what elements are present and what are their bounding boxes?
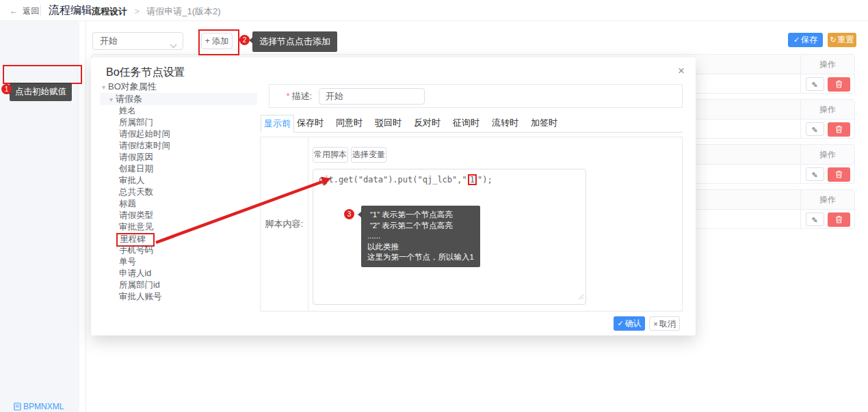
plus-icon: + xyxy=(205,36,210,46)
tree-item[interactable]: 请假原因 xyxy=(100,152,257,163)
action-column-header: 操作 xyxy=(800,100,854,119)
edit-button[interactable]: ✎ xyxy=(806,167,824,181)
node-select-dropdown[interactable]: 开始 xyxy=(92,32,183,50)
annotation-box-script-value: 1 xyxy=(468,174,477,185)
tab-on-transfer[interactable]: 流转时 xyxy=(489,115,528,131)
cancel-button[interactable]: ×取消 xyxy=(649,316,680,331)
top-header: ← 返回 流程编辑 流程设计 > 请假申请_1(版本2) xyxy=(0,0,868,21)
tab-on-agree[interactable]: 同意时 xyxy=(333,115,372,131)
close-icon[interactable]: × xyxy=(678,64,685,78)
tree-item[interactable]: 请假类型 xyxy=(100,210,257,221)
description-label: *描述: xyxy=(269,85,312,107)
tree-item[interactable]: 审批意见 xyxy=(100,221,257,233)
delete-button[interactable] xyxy=(828,167,850,182)
trash-icon xyxy=(835,215,843,223)
tree-item[interactable]: 姓名 xyxy=(100,105,257,117)
tree-item[interactable]: 所属部门id xyxy=(100,279,257,291)
description-row: *描述: xyxy=(269,84,683,108)
tree-node-group[interactable]: ▾请假条 xyxy=(100,93,257,105)
caret-down-icon: ▾ xyxy=(109,96,113,103)
tooltip-step-3: “1” 表示第一个节点高亮 “2” 表示第二个节点高亮 ...... 以此类推 … xyxy=(361,206,480,267)
script-content-label: 脚本内容: xyxy=(261,137,308,311)
tab-on-reject[interactable]: 驳回时 xyxy=(372,115,411,131)
breadcrumb-root[interactable]: 流程设计 xyxy=(92,6,127,16)
breadcrumb-separator-icon: > xyxy=(135,7,140,16)
reset-button[interactable]: ↻重置 xyxy=(828,33,856,47)
dialog-title: Bo任务节点设置 xyxy=(106,66,185,80)
tree-root-label: BO对象属性 xyxy=(108,81,157,92)
bpmn-xml-link[interactable]: BPMNXML xyxy=(14,402,64,411)
trash-icon xyxy=(835,125,843,133)
tree-item[interactable]: 申请人id xyxy=(100,268,257,279)
delete-button[interactable] xyxy=(828,122,850,137)
bo-attribute-tree: ▾BO对象属性 ▾请假条 姓名 所属部门 请假起始时间 请假结束时间 请假原因 … xyxy=(100,81,257,303)
tooltip-step-2: 选择节点点击添加 xyxy=(252,31,337,52)
back-button[interactable]: ← 返回 xyxy=(10,5,39,17)
confirm-button[interactable]: ✓确认 xyxy=(614,316,645,331)
edit-button[interactable]: ✎ xyxy=(806,77,824,91)
page-title: 流程编辑 xyxy=(49,3,92,18)
edit-icon: ✎ xyxy=(811,216,817,224)
reset-label: 重置 xyxy=(838,35,854,44)
delete-button[interactable] xyxy=(828,77,850,92)
required-icon: * xyxy=(287,92,290,101)
action-column-header: 操作 xyxy=(800,145,854,164)
delete-button[interactable] xyxy=(828,212,850,227)
breadcrumb: 流程设计 > 请假申请_1(版本2) xyxy=(92,5,221,18)
select-variable-button[interactable]: 选择变量 xyxy=(351,147,386,163)
tab-before-display[interactable]: 显示前 xyxy=(261,115,294,133)
tree-item[interactable]: 所属部门 xyxy=(100,117,257,128)
tree-item[interactable]: 请假结束时间 xyxy=(100,140,257,152)
step-badge-2: 2 xyxy=(239,35,250,45)
tree-item[interactable]: 单号 xyxy=(100,256,257,268)
caret-down-icon: ▾ xyxy=(102,83,105,91)
tree-item[interactable]: 创建日期 xyxy=(100,163,257,175)
step-badge-3: 3 xyxy=(344,209,354,219)
save-button[interactable]: ✓保存 xyxy=(788,33,823,47)
tab-on-countersign[interactable]: 加签时 xyxy=(528,115,567,131)
save-label: 保存 xyxy=(801,35,817,44)
common-script-button[interactable]: 常用脚本 xyxy=(313,147,348,163)
tooltip-step-1: 点击初始赋值 xyxy=(10,83,72,101)
breadcrumb-current: 请假申请_1(版本2) xyxy=(146,6,220,16)
close-icon: × xyxy=(653,320,657,328)
edit-icon: ✎ xyxy=(811,126,817,134)
confirm-label: 确认 xyxy=(625,318,642,328)
tree-item[interactable]: 审批人账号 xyxy=(100,291,257,303)
tab-on-save[interactable]: 保存时 xyxy=(294,115,333,131)
tree-item[interactable]: 请假起始时间 xyxy=(100,128,257,140)
description-input[interactable] xyxy=(319,88,425,105)
back-label: 返回 xyxy=(23,6,39,16)
edit-button[interactable]: ✎ xyxy=(806,212,824,226)
edit-icon: ✎ xyxy=(811,171,817,179)
tab-on-oppose[interactable]: 反对时 xyxy=(411,115,450,131)
resize-handle[interactable] xyxy=(577,290,584,303)
bo-task-node-settings-dialog: Bo任务节点设置 × ▾BO对象属性 ▾请假条 姓名 所属部门 请假起始时间 请… xyxy=(91,57,696,335)
file-icon xyxy=(14,402,21,411)
sidebar xyxy=(0,20,79,412)
bpmn-xml-label: BPMNXML xyxy=(23,402,64,411)
action-column-header: 操作 xyxy=(800,55,854,74)
back-arrow-icon: ← xyxy=(10,6,18,16)
tree-item[interactable]: 审批人 xyxy=(100,175,257,187)
script-line: qjt.get("data").put("qj_lcb","1"); xyxy=(313,169,586,190)
edit-button[interactable]: ✎ xyxy=(806,122,824,136)
tree-item[interactable]: 手机号码 xyxy=(100,245,257,256)
check-icon: ✓ xyxy=(793,36,800,44)
tree-item[interactable]: 标题 xyxy=(100,198,257,210)
action-column-header: 操作 xyxy=(800,190,854,209)
add-node-label: 添加 xyxy=(212,36,228,46)
add-node-button[interactable]: + 添加 xyxy=(201,33,233,49)
tree-item[interactable]: 总共天数 xyxy=(100,187,257,198)
sidebar-border xyxy=(86,20,86,412)
trash-icon xyxy=(835,80,843,88)
tree-item-milestone[interactable]: 里程碑 xyxy=(100,233,257,245)
tree-group-label: 请假条 xyxy=(116,94,142,104)
node-select-value: 开始 xyxy=(100,33,118,49)
refresh-icon: ↻ xyxy=(830,36,836,44)
tab-on-consult[interactable]: 征询时 xyxy=(450,115,489,131)
event-tabs: 显示前 保存时 同意时 驳回时 反对时 征询时 流转时 加签时 xyxy=(261,115,683,133)
step-badge-1: 1 xyxy=(1,84,12,94)
tree-node-root[interactable]: ▾BO对象属性 xyxy=(100,81,257,93)
check-icon: ✓ xyxy=(617,319,623,327)
